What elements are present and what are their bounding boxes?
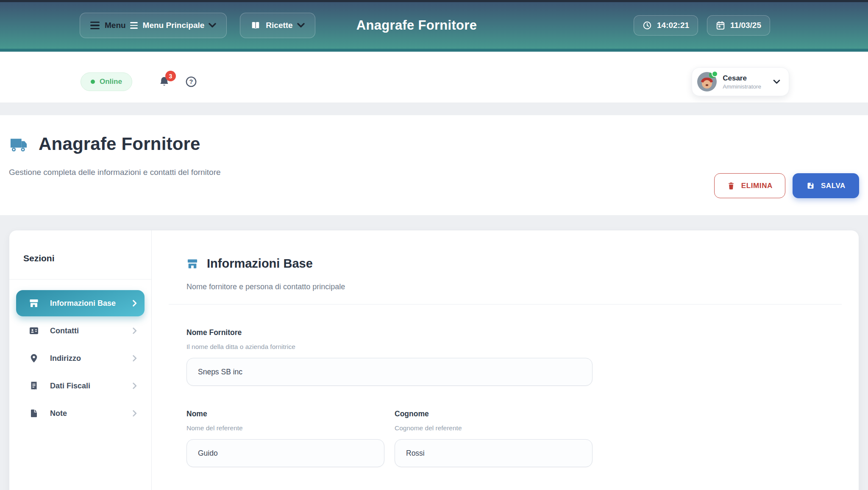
section-header: Informazioni Base: [186, 257, 842, 271]
calendar-icon: [716, 21, 725, 30]
app-header: Menu Menu Principale Ricette Anagrafe Fo…: [0, 0, 868, 52]
user-role: Amministratore: [723, 83, 761, 90]
header-right-group: 14:02:21 11/03/25: [634, 15, 770, 36]
first-name-label: Nome: [186, 410, 384, 418]
online-dot-icon: [91, 80, 95, 84]
action-buttons: ELIMINA SALVA: [714, 173, 859, 198]
date-display: 11/03/25: [707, 15, 770, 36]
question-circle-icon: ?: [185, 76, 197, 88]
date-value: 11/03/25: [730, 21, 761, 30]
supplier-name-input[interactable]: [186, 358, 593, 386]
sidebar-item-label: Indirizzo: [50, 354, 133, 363]
divider-strip: [0, 102, 868, 115]
save-button-label: SALVA: [821, 182, 846, 190]
sidebar-item-contatti[interactable]: Contatti: [16, 318, 145, 344]
page-title-row: Anagrafe Fornitore: [9, 134, 859, 154]
sections-sidebar: Sezioni Informazioni Base: [9, 230, 152, 490]
avatar: [697, 72, 717, 91]
sections-nav: Informazioni Base Contatti: [9, 280, 151, 426]
note-icon: [29, 408, 39, 418]
sidebar-item-indirizzo[interactable]: Indirizzo: [16, 345, 145, 371]
hamburger-icon: [90, 22, 100, 29]
section-subtitle: Nome fornitore e persona di contatto pri…: [186, 282, 842, 291]
location-pin-icon: [29, 353, 39, 363]
chevron-right-icon: [133, 355, 137, 362]
menu-label: Menu: [105, 21, 126, 30]
supplier-form: Nome Fornitore Il nome della ditta o azi…: [186, 328, 842, 467]
supplier-name-label: Nome Fornitore: [186, 328, 842, 337]
header-left-group: Menu Menu Principale Ricette: [80, 13, 315, 38]
save-button[interactable]: SALVA: [793, 173, 859, 198]
clock-display: 14:02:21: [634, 15, 698, 36]
delete-button[interactable]: ELIMINA: [714, 173, 785, 198]
chevron-down-icon: [297, 23, 305, 28]
menu-dropdown-label: Menu Principale: [143, 21, 205, 30]
status-bar: Online 3 ?: [0, 52, 868, 102]
truck-icon: [9, 135, 28, 153]
referent-fields-row: Nome Nome del referente Cognome Cognome …: [186, 410, 842, 467]
chevron-down-icon: [773, 80, 780, 84]
supplier-name-field-group: Nome Fornitore Il nome della ditta o azi…: [186, 328, 842, 386]
user-online-dot: [712, 71, 718, 77]
chevron-right-icon: [133, 300, 137, 307]
save-icon: [806, 181, 815, 190]
hamburger-icon: [130, 22, 138, 29]
user-menu[interactable]: Cesare Amministratore: [692, 67, 789, 96]
main-menu-dropdown[interactable]: Menu Menu Principale: [80, 13, 227, 38]
svg-text:?: ?: [189, 78, 193, 85]
section-divider: [169, 304, 842, 305]
book-icon: [250, 20, 261, 30]
supplier-card: Sezioni Informazioni Base: [9, 230, 859, 490]
clock-icon: [643, 21, 652, 30]
help-button[interactable]: ?: [185, 76, 197, 88]
chevron-right-icon: [133, 382, 137, 389]
last-name-label: Cognome: [395, 410, 593, 418]
chevron-down-icon: [209, 23, 216, 28]
recipes-dropdown[interactable]: Ricette: [240, 13, 315, 38]
user-name: Cesare: [723, 74, 761, 83]
page-title: Anagrafe Fornitore: [39, 134, 200, 154]
supplier-name-hint: Il nome della ditta o azienda fornitrice: [186, 343, 842, 351]
chevron-right-icon: [133, 327, 137, 334]
sections-title: Sezioni: [23, 253, 151, 263]
notifications-button[interactable]: 3: [159, 76, 170, 88]
storefront-icon: [29, 298, 39, 308]
sidebar-item-label: Dati Fiscali: [50, 382, 133, 390]
user-meta: Cesare Amministratore: [723, 74, 761, 90]
last-name-field-group: Cognome Cognome del referente: [395, 410, 593, 467]
receipt-icon: [29, 381, 39, 391]
first-name-hint: Nome del referente: [186, 424, 384, 432]
content-area: Sezioni Informazioni Base: [0, 215, 868, 490]
online-label: Online: [100, 78, 122, 86]
sidebar-item-label: Note: [50, 409, 133, 418]
page-title-header: Anagrafe Fornitore: [356, 18, 477, 33]
page-header-section: Anagrafe Fornitore Gestione completa del…: [0, 115, 868, 215]
trash-icon: [727, 181, 735, 191]
last-name-hint: Cognome del referente: [395, 424, 593, 432]
section-panel: Informazioni Base Nome fornitore e perso…: [152, 230, 859, 490]
chevron-right-icon: [133, 410, 137, 417]
time-value: 14:02:21: [657, 21, 689, 30]
first-name-input[interactable]: [186, 439, 384, 467]
notification-count-badge: 3: [165, 71, 176, 81]
sidebar-item-dati-fiscali[interactable]: Dati Fiscali: [16, 373, 145, 399]
delete-button-label: ELIMINA: [741, 182, 773, 190]
sidebar-item-note[interactable]: Note: [16, 400, 145, 426]
sidebar-item-label: Contatti: [50, 327, 133, 335]
last-name-input[interactable]: [395, 439, 593, 467]
section-title: Informazioni Base: [207, 257, 313, 271]
sidebar-item-label: Informazioni Base: [50, 299, 133, 308]
recipes-label: Ricette: [266, 21, 292, 30]
id-card-icon: [29, 326, 39, 336]
sidebar-item-informazioni-base[interactable]: Informazioni Base: [16, 290, 145, 316]
first-name-field-group: Nome Nome del referente: [186, 410, 384, 467]
online-status-badge: Online: [81, 72, 132, 91]
storefront-icon: [186, 258, 198, 270]
